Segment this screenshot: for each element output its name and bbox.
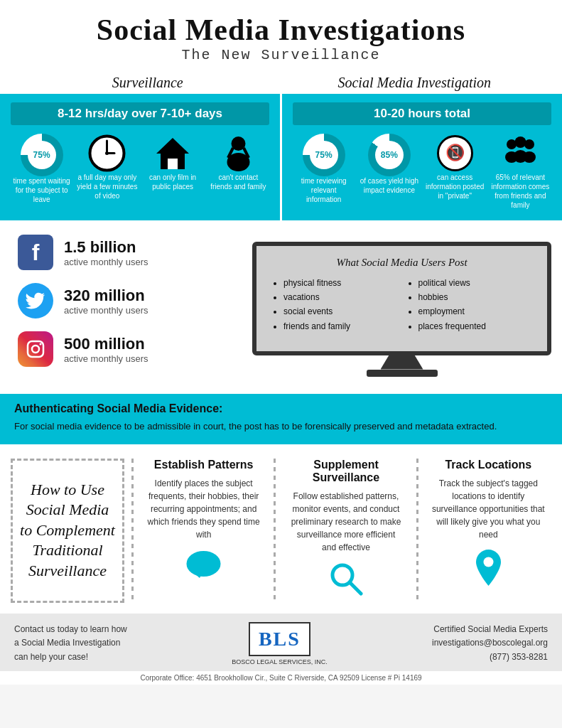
surveillance-block-title: 8-12 hrs/day over 7-10+ days <box>11 102 269 125</box>
svg-line-24 <box>350 582 361 594</box>
bottom-section: How to Use Social Media to Complement Tr… <box>0 444 562 614</box>
bls-logo: BLS <box>249 622 310 656</box>
section-labels: Surveillance Social Media Investigation <box>0 69 562 94</box>
svg-point-19 <box>32 346 39 353</box>
monitor-base <box>367 370 438 377</box>
page-container: Social Media Investigations The New Surv… <box>0 0 562 685</box>
auth-section: Authenticating Social Media Evidence: Fo… <box>0 394 562 444</box>
instagram-camera-icon <box>25 338 46 360</box>
twitter-number: 320 million <box>64 287 148 305</box>
smi-block-title: 10-20 hours total <box>293 102 551 125</box>
svg-point-16 <box>524 139 534 149</box>
stat-desc-film: can only film in public places <box>142 173 204 191</box>
stat-desc-contact: can't contact friends and family <box>207 173 269 191</box>
how-to-box: How to Use Social Media to Complement Tr… <box>11 459 124 603</box>
facebook-info: 1.5 billion active monthly users <box>64 238 148 267</box>
twitter-bird-icon <box>25 290 46 311</box>
monitor-item-1: vacations <box>283 290 399 304</box>
monitor-item-0: physical fitness <box>283 276 399 290</box>
location-pin-icon <box>431 548 546 594</box>
smi-stat-people: 65% of relevant information comes from f… <box>490 134 551 210</box>
instagram-info: 500 million active monthly users <box>64 335 148 364</box>
person-icon <box>219 134 258 173</box>
instagram-stat: 500 million active monthly users <box>18 331 224 367</box>
footer-address: Corporate Office: 4651 Brookhollow Cir.,… <box>0 671 562 685</box>
twitter-stat: 320 million active monthly users <box>18 283 224 318</box>
divider-1 <box>131 459 134 603</box>
smi-stats: 75% time reviewing relevant information … <box>293 134 551 210</box>
svg-point-20 <box>40 343 42 346</box>
supplement-surveillance-text: Follow established patterns, monitor eve… <box>288 490 403 554</box>
monitor-item-4: political views <box>418 276 534 290</box>
smi-label: Social Media Investigation <box>281 75 549 91</box>
monitor-title: What Social Media Users Post <box>271 257 533 269</box>
smi-stat-75: 75% time reviewing relevant information <box>293 134 355 204</box>
footer-certified: Certified Social Media Experts <box>432 623 548 636</box>
instagram-label: active monthly users <box>64 353 148 364</box>
monitor-item-3: friends and family <box>283 319 399 333</box>
search-magnifier-icon <box>288 561 403 603</box>
monitor-item-5: hobbies <box>418 290 534 304</box>
facebook-icon: f <box>18 235 53 270</box>
smi-stat-desc-3: 65% of relevant information comes from f… <box>490 173 551 210</box>
auth-text: For social media evidence to be admissib… <box>14 419 548 434</box>
circle-value-75-smi: 75% <box>310 141 338 169</box>
svg-text:📵: 📵 <box>445 143 465 162</box>
speech-bubble-icon <box>184 548 223 584</box>
house-icon <box>153 134 193 173</box>
instagram-icon <box>18 331 53 367</box>
pin-svg <box>472 548 504 587</box>
supplement-surveillance-title: Supplement Surveillance <box>288 459 403 484</box>
circle-75-surv: 75% <box>21 134 63 176</box>
monitor-stand <box>381 355 423 370</box>
monitor-item-2: social events <box>283 304 399 318</box>
svg-point-25 <box>483 557 493 567</box>
magnifier-svg <box>328 561 364 596</box>
stat-item-person: can't contact friends and family <box>207 134 269 191</box>
bls-full-name: BOSCO LEGAL SERVICES, INC. <box>232 658 328 665</box>
monitor-list-right: political views hobbies employment place… <box>406 276 534 334</box>
people-icon <box>501 134 540 173</box>
monitor-col-left: physical fitness vacations social events… <box>271 276 399 334</box>
supplement-surveillance-col: Supplement Surveillance Follow establish… <box>283 459 409 603</box>
monitor-col-right: political views hobbies employment place… <box>406 276 534 334</box>
footer-phone: (877) 353-8281 <box>432 651 548 664</box>
stat-item-75pct: 75% time spent waiting for the subject t… <box>11 134 72 204</box>
stat-item-clock: a full day may only yield a few minutes … <box>76 134 138 200</box>
sub-title: The New Surveillance <box>7 47 555 63</box>
facebook-stat: f 1.5 billion active monthly users <box>18 235 224 270</box>
auth-title: Authenticating Social Media Evidence: <box>14 402 548 415</box>
svg-point-17 <box>523 151 536 163</box>
clock-icon <box>87 134 126 173</box>
track-locations-title: Track Locations <box>431 459 546 471</box>
smi-block: 10-20 hours total 75% time reviewing rel… <box>282 94 562 220</box>
svg-point-3 <box>105 151 109 155</box>
smi-stat-85: 85% of cases yield high impact evidence <box>358 134 420 195</box>
svg-rect-5 <box>168 159 178 169</box>
footer-email: investigations@boscolegal.org <box>432 636 548 650</box>
stat-item-house: can only film in public places <box>142 134 204 191</box>
stat-desc-waiting: time spent waiting for the subject to le… <box>11 176 72 204</box>
comparison-row: 8-12 hrs/day over 7-10+ days 75% time sp… <box>0 94 562 220</box>
facebook-number: 1.5 billion <box>64 238 148 257</box>
footer-logo-section: BLS BOSCO LEGAL SERVICES, INC. <box>232 622 328 665</box>
how-to-text: How to Use Social Media to Complement Tr… <box>20 480 115 582</box>
smi-stat-desc-0: time reviewing relevant information <box>293 176 355 204</box>
monitor-wrapper: What Social Media Users Post physical fi… <box>252 242 551 377</box>
facebook-label: active monthly users <box>64 257 148 267</box>
footer-left-text: Contact us today to learn how a Social M… <box>14 623 127 664</box>
svg-marker-22 <box>195 574 202 578</box>
monitor-section: What Social Media Users Post physical fi… <box>242 220 562 394</box>
smi-stat-phone: 📵 can access information posted in "priv… <box>424 134 486 200</box>
footer-contact-text: Contact us today to learn how a Social M… <box>14 624 127 661</box>
footer: Contact us today to learn how a Social M… <box>0 614 562 671</box>
instagram-number: 500 million <box>64 335 148 353</box>
phone-lock-icon: 📵 <box>436 134 475 173</box>
monitor-columns: physical fitness vacations social events… <box>271 276 533 334</box>
divider-3 <box>416 459 418 603</box>
stat-desc-video: a full day may only yield a few minutes … <box>76 173 138 200</box>
establish-patterns-col: Establish Patterns Identify places the s… <box>141 459 266 603</box>
circle-75-smi: 75% <box>303 134 345 176</box>
bubble-icon <box>146 548 261 590</box>
circle-85-smi: 85% <box>368 134 411 176</box>
